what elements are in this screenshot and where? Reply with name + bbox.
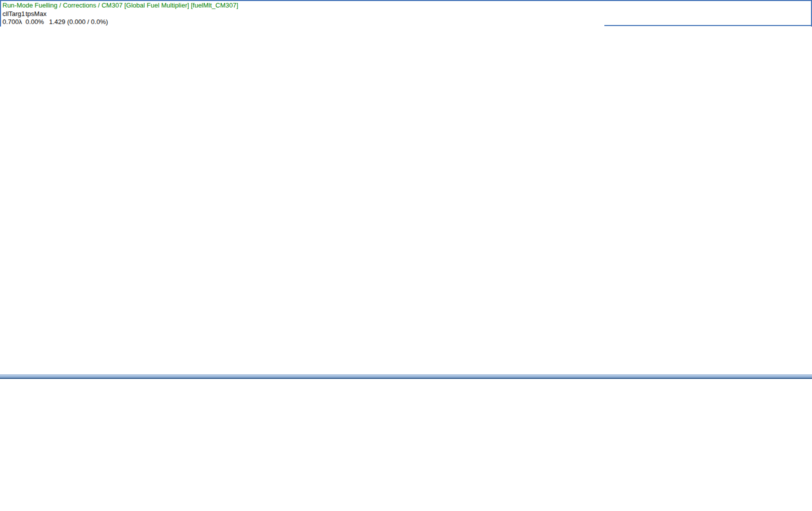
breadcrumb: Run-Mode Fuelling / Corrections / CM307 … bbox=[3, 2, 238, 9]
legend-left-value: 0.000 bbox=[746, 16, 762, 23]
cursor-tpsmax-value: 0.00% bbox=[26, 18, 44, 26]
cursor-cell-value: 1.429 (0.000 / 0.0%) bbox=[49, 18, 108, 26]
legend-right-value: 0.000 bbox=[792, 16, 808, 23]
color-scale-legend: 0.000 0.000 bbox=[744, 15, 810, 24]
header-border-top bbox=[0, 0, 812, 1]
cursor-clltarg1-value: 0.700λ bbox=[3, 18, 22, 26]
splitter-bar[interactable] bbox=[0, 374, 812, 379]
header-border-bottom bbox=[604, 25, 812, 26]
param-label-tpsmax: tpsMax bbox=[26, 10, 47, 18]
surface-plot[interactable] bbox=[0, 0, 812, 374]
param-label-clltarg1: cllTarg1 bbox=[3, 10, 25, 18]
header-border-left bbox=[0, 0, 1, 27]
app-window: Run-Mode Fuelling / Corrections / CM307 … bbox=[0, 0, 812, 511]
